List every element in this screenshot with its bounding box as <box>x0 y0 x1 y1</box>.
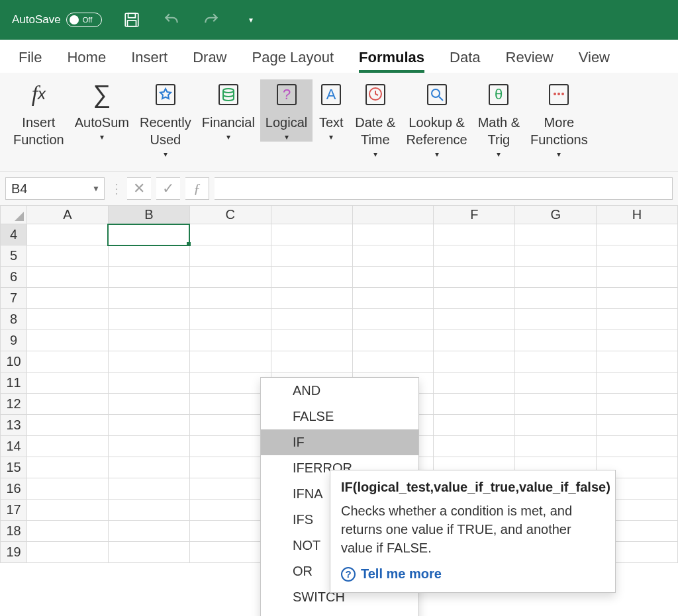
tell-me-more-link[interactable]: ? Tell me more <box>341 566 605 582</box>
cell[interactable] <box>434 330 515 351</box>
cell[interactable] <box>108 224 189 245</box>
tab-formulas[interactable]: Formulas <box>359 49 424 73</box>
save-icon[interactable] <box>122 10 142 30</box>
cell[interactable] <box>189 478 271 500</box>
lookup-button[interactable]: Lookup & Reference ▾ <box>401 79 472 159</box>
cell[interactable] <box>352 224 434 245</box>
cell[interactable] <box>352 267 434 288</box>
name-box[interactable]: ▼ <box>5 177 105 200</box>
cell[interactable] <box>108 394 189 415</box>
cell[interactable] <box>27 457 109 478</box>
cancel-icon[interactable]: ✕ <box>127 177 151 200</box>
cell[interactable] <box>352 351 434 373</box>
cell[interactable] <box>189 330 271 351</box>
column-header[interactable]: F <box>434 206 515 224</box>
cell[interactable] <box>434 267 515 288</box>
cell[interactable] <box>189 415 271 436</box>
cell[interactable] <box>27 288 109 309</box>
cell[interactable] <box>27 330 109 351</box>
cell[interactable] <box>515 224 597 245</box>
cell[interactable] <box>434 309 515 330</box>
cell[interactable] <box>352 288 434 309</box>
tab-insert[interactable]: Insert <box>131 49 168 73</box>
cell[interactable] <box>108 500 189 521</box>
menu-item-if[interactable]: IF <box>261 429 418 455</box>
cell[interactable] <box>515 309 597 330</box>
cell[interactable] <box>515 415 597 436</box>
cell[interactable] <box>27 309 109 330</box>
tab-home[interactable]: Home <box>67 49 106 73</box>
cell[interactable] <box>108 415 189 436</box>
cell[interactable] <box>271 288 352 309</box>
name-box-input[interactable] <box>6 180 72 198</box>
cell[interactable] <box>434 436 515 457</box>
cell[interactable] <box>597 330 678 351</box>
cell[interactable] <box>108 436 189 457</box>
cell[interactable] <box>27 394 109 415</box>
financial-button[interactable]: Financial ▾ <box>197 79 260 142</box>
cell[interactable] <box>271 267 352 288</box>
formula-bar[interactable] <box>215 177 673 200</box>
cell[interactable] <box>597 351 678 373</box>
row-header[interactable]: 16 <box>1 478 27 500</box>
row-header[interactable]: 7 <box>1 288 27 309</box>
tab-page-layout[interactable]: Page Layout <box>252 49 334 73</box>
row-header[interactable]: 18 <box>1 521 27 542</box>
cell[interactable] <box>108 330 189 351</box>
column-header[interactable] <box>352 206 434 224</box>
tab-draw[interactable]: Draw <box>193 49 226 73</box>
cell[interactable] <box>515 436 597 457</box>
cell[interactable] <box>434 394 515 415</box>
column-header[interactable]: A <box>27 206 109 224</box>
cell[interactable] <box>189 351 271 373</box>
column-header[interactable]: G <box>515 206 597 224</box>
cell[interactable] <box>271 224 352 245</box>
cell[interactable] <box>597 415 678 436</box>
redo-icon[interactable] <box>201 10 221 30</box>
cell[interactable] <box>597 394 678 415</box>
cell[interactable] <box>597 267 678 288</box>
cell[interactable] <box>189 373 271 394</box>
cell[interactable] <box>515 351 597 373</box>
column-header[interactable] <box>271 206 352 224</box>
autosave-toggle[interactable]: AutoSave Off <box>12 13 102 27</box>
cell[interactable] <box>271 245 352 267</box>
cell[interactable] <box>434 415 515 436</box>
cell[interactable] <box>108 288 189 309</box>
cell[interactable] <box>434 288 515 309</box>
column-header[interactable]: B <box>108 206 189 224</box>
row-header[interactable]: 4 <box>1 224 27 245</box>
enter-icon[interactable]: ✓ <box>156 177 180 200</box>
menu-item-false[interactable]: FALSE <box>261 404 418 429</box>
cell[interactable] <box>515 267 597 288</box>
cell[interactable] <box>597 436 678 457</box>
cell[interactable] <box>597 309 678 330</box>
cell[interactable] <box>27 267 109 288</box>
math-trig-button[interactable]: θ Math & Trig ▾ <box>473 79 525 159</box>
tab-file[interactable]: File <box>19 49 42 73</box>
cell[interactable] <box>108 267 189 288</box>
cell[interactable] <box>189 542 271 563</box>
recently-used-button[interactable]: Recently Used ▾ <box>134 79 197 159</box>
cell[interactable] <box>434 351 515 373</box>
row-header[interactable]: 12 <box>1 394 27 415</box>
cell[interactable] <box>434 245 515 267</box>
autosum-button[interactable]: ∑ AutoSum ▾ <box>70 79 134 142</box>
cell[interactable] <box>597 373 678 394</box>
row-header[interactable]: 5 <box>1 245 27 267</box>
cell[interactable] <box>189 267 271 288</box>
undo-icon[interactable] <box>162 10 181 30</box>
cell[interactable] <box>108 478 189 500</box>
cell[interactable] <box>108 457 189 478</box>
row-header[interactable]: 10 <box>1 351 27 373</box>
cell[interactable] <box>27 373 109 394</box>
fx-icon[interactable]: ƒ <box>185 177 209 200</box>
row-header[interactable]: 6 <box>1 267 27 288</box>
cell[interactable] <box>352 330 434 351</box>
column-header[interactable]: C <box>189 206 271 224</box>
row-header[interactable]: 15 <box>1 457 27 478</box>
logical-button[interactable]: ? Logical ▾ <box>260 79 313 142</box>
cell[interactable] <box>27 245 109 267</box>
cell[interactable] <box>515 394 597 415</box>
cell[interactable] <box>108 245 189 267</box>
